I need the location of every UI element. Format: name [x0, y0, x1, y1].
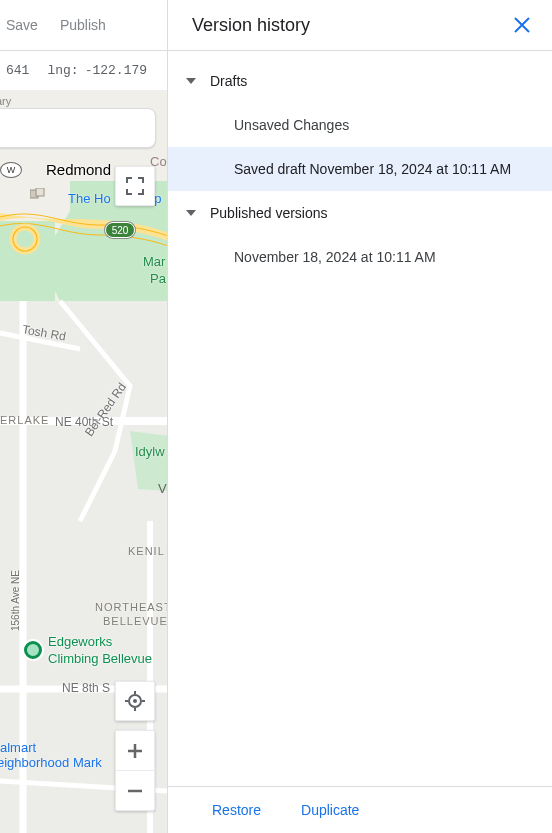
label-idylwood: Idylw — [135, 444, 165, 459]
fullscreen-button[interactable] — [115, 166, 155, 206]
version-history-panel: Version history Drafts Unsaved Changes S… — [168, 0, 552, 833]
label-marymoor-2: Pa — [150, 271, 166, 286]
label-kenilworth: KENIL — [128, 545, 165, 557]
version-row-published[interactable]: November 18, 2024 at 10:11 AM — [168, 235, 552, 279]
lng-value: -122.179 — [85, 63, 147, 78]
my-location-button[interactable] — [115, 681, 155, 721]
label-v: V — [158, 481, 167, 496]
lat-value: 641 — [6, 63, 29, 78]
drafts-label: Drafts — [210, 73, 247, 89]
label-edgeworks-2: Climbing Bellevue — [48, 651, 152, 666]
duplicate-button[interactable]: Duplicate — [301, 802, 359, 818]
version-row-saved-draft[interactable]: Saved draft November 18, 2024 at 10:11 A… — [168, 147, 552, 191]
minus-icon — [127, 783, 143, 799]
label-home-depot-a: The Ho — [68, 191, 111, 206]
zoom-out-button[interactable] — [116, 771, 154, 810]
label-walmart-2: eighborhood Mark — [0, 755, 102, 770]
close-button[interactable] — [510, 13, 534, 37]
label-nebellevue-2: BELLEVUE — [103, 615, 167, 627]
label-8th: NE 8th S — [62, 681, 110, 695]
label-walmart-1: almart — [0, 740, 36, 755]
panel-footer: Restore Duplicate — [168, 786, 552, 833]
label-edgeworks-1: Edgeworks — [48, 634, 112, 649]
route-shield-520: 520 — [105, 222, 135, 238]
label-marymoor-1: Mar — [143, 254, 165, 269]
route-shield-oval: W — [0, 162, 22, 178]
label-156th: 156th Ave NE — [10, 570, 21, 631]
plus-icon — [127, 743, 143, 759]
coordinates-bar: 641 lng: -122.179 — [0, 51, 167, 91]
chevron-down-icon — [186, 78, 196, 84]
drafts-section-header[interactable]: Drafts — [168, 59, 552, 103]
fullscreen-icon — [126, 177, 144, 195]
label-overlake: ERLAKE — [0, 414, 49, 426]
zoom-in-button[interactable] — [116, 731, 154, 770]
label-nebellevue-1: NORTHEAST — [95, 601, 167, 613]
version-list: Drafts Unsaved Changes Saved draft Novem… — [168, 51, 552, 786]
chevron-down-icon — [186, 210, 196, 216]
panel-header: Version history — [168, 0, 552, 51]
published-section-header[interactable]: Published versions — [168, 191, 552, 235]
lng-key: lng: — [47, 63, 78, 78]
label-ary: ary — [0, 95, 11, 107]
publish-button[interactable]: Publish — [60, 17, 106, 33]
version-row-unsaved[interactable]: Unsaved Changes — [168, 103, 552, 147]
poi-pin-icon — [24, 641, 42, 659]
save-button[interactable]: Save — [6, 17, 38, 33]
layers-icon — [30, 188, 48, 200]
published-label: Published versions — [210, 205, 328, 221]
editor-toolbar: Save Publish — [0, 0, 167, 51]
svg-rect-5 — [36, 188, 44, 196]
my-location-icon — [124, 690, 146, 712]
restore-button[interactable]: Restore — [212, 802, 261, 818]
editor-left-column: Save Publish 641 lng: -122.179 — [0, 0, 168, 833]
svg-point-7 — [133, 699, 137, 703]
zoom-control — [115, 730, 155, 811]
label-redmond: Redmond — [46, 161, 111, 178]
panel-title: Version history — [192, 15, 310, 36]
map-search-input[interactable] — [0, 108, 156, 148]
close-icon — [513, 16, 531, 34]
